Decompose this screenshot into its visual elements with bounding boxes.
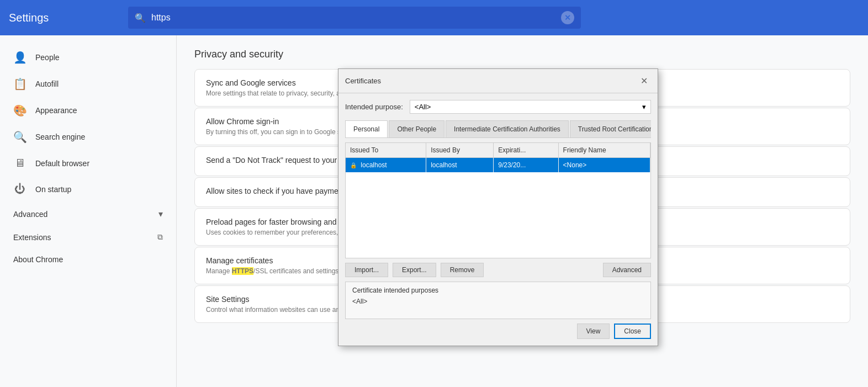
cert-expiry: 9/23/20... bbox=[494, 158, 558, 173]
import-button[interactable]: Import... bbox=[345, 263, 388, 277]
chevron-down-icon-select: ▾ bbox=[642, 103, 646, 111]
close-dialog-button[interactable]: Close bbox=[614, 324, 651, 339]
dialog-titlebar: Certificates ✕ bbox=[338, 69, 658, 93]
cert-purposes-section: Certificate intended purposes <All> bbox=[345, 282, 651, 319]
cert-friendly-name: <None> bbox=[558, 158, 650, 173]
export-button[interactable]: Export... bbox=[393, 263, 436, 277]
sidebar-item-about[interactable]: About Chrome bbox=[0, 248, 176, 271]
intended-purpose-value: <All> bbox=[415, 103, 431, 111]
default-browser-icon: 🖥 bbox=[13, 157, 27, 169]
remove-button[interactable]: Remove bbox=[441, 263, 484, 277]
search-input[interactable] bbox=[151, 13, 555, 23]
view-button[interactable]: View bbox=[577, 324, 610, 339]
intended-purpose-row: Intended purpose: <All> ▾ bbox=[345, 100, 651, 114]
people-icon: 👤 bbox=[13, 51, 27, 64]
cert-row-icon: 🔒 bbox=[350, 162, 357, 168]
cert-table: Issued To Issued By Expirati... Friendly… bbox=[346, 143, 650, 172]
sidebar-item-advanced[interactable]: Advanced ▾ bbox=[0, 202, 176, 226]
tab-other-people[interactable]: Other People bbox=[389, 120, 444, 137]
sidebar-label-on-startup: On startup bbox=[35, 185, 71, 194]
autofill-icon: 📋 bbox=[13, 77, 27, 91]
sidebar-label-advanced: Advanced bbox=[13, 210, 47, 219]
sidebar-item-people[interactable]: 👤 People bbox=[0, 44, 176, 71]
sidebar-item-search-engine[interactable]: 🔍 Search engine bbox=[0, 124, 176, 150]
sidebar-item-on-startup[interactable]: ⏻ On startup bbox=[0, 176, 176, 202]
dialog-title: Certificates bbox=[345, 77, 381, 85]
chevron-down-icon: ▾ bbox=[158, 209, 163, 219]
sidebar-item-extensions[interactable]: Extensions ⧉ bbox=[0, 226, 176, 248]
sidebar-label-people: People bbox=[35, 53, 60, 62]
certificates-dialog: Certificates ✕ Intended purpose: <All> ▾… bbox=[338, 68, 658, 346]
section-title: Privacy and security bbox=[177, 49, 868, 69]
sidebar-label-autofill: Autofill bbox=[35, 79, 59, 88]
intended-purpose-label: Intended purpose: bbox=[345, 103, 403, 111]
col-expiry[interactable]: Expirati... bbox=[494, 143, 558, 158]
intended-purpose-select[interactable]: <All> ▾ bbox=[410, 100, 651, 114]
col-issued-to[interactable]: Issued To bbox=[346, 143, 426, 158]
app-header: Settings 🔍 ✕ bbox=[0, 0, 868, 35]
search-icon: 🔍 bbox=[135, 13, 146, 23]
sidebar-item-autofill[interactable]: 📋 Autofill bbox=[0, 71, 176, 97]
cert-table-row[interactable]: 🔒 localhost localhost 9/23/20... <None> bbox=[346, 158, 650, 173]
clear-search-button[interactable]: ✕ bbox=[561, 11, 574, 24]
col-issued-by[interactable]: Issued By bbox=[426, 143, 494, 158]
cert-desc-suffix: /SSL certificates and settings bbox=[253, 267, 338, 275]
sidebar-item-default-browser[interactable]: 🖥 Default browser bbox=[0, 150, 176, 176]
sidebar-item-appearance[interactable]: 🎨 Appearance bbox=[0, 97, 176, 124]
dialog-bottom-row: View Close bbox=[345, 324, 651, 339]
cert-issued-to: 🔒 localhost bbox=[346, 158, 426, 173]
cert-table-container: Issued To Issued By Expirati... Friendly… bbox=[345, 142, 651, 258]
dialog-body: Intended purpose: <All> ▾ Personal Other… bbox=[338, 93, 658, 346]
tab-trusted-root[interactable]: Trusted Root Certification bbox=[570, 120, 651, 137]
appearance-icon: 🎨 bbox=[13, 104, 27, 117]
external-link-icon: ⧉ bbox=[157, 232, 163, 242]
col-friendly-name[interactable]: Friendly Name bbox=[558, 143, 650, 158]
advanced-button[interactable]: Advanced bbox=[603, 263, 651, 277]
on-startup-icon: ⏻ bbox=[13, 183, 27, 195]
cert-desc-highlight: HTTPS bbox=[232, 267, 253, 275]
cert-action-buttons: Import... Export... Remove Advanced bbox=[345, 263, 651, 277]
sidebar-label-search-engine: Search engine bbox=[35, 132, 85, 141]
cert-purposes-title: Certificate intended purposes bbox=[352, 287, 644, 294]
cert-tabs: Personal Other People Intermediate Certi… bbox=[345, 120, 651, 138]
sidebar: 👤 People 📋 Autofill 🎨 Appearance 🔍 Searc… bbox=[0, 35, 177, 387]
search-engine-icon: 🔍 bbox=[13, 130, 27, 144]
cert-purposes-value: <All> bbox=[352, 298, 644, 314]
sidebar-label-appearance: Appearance bbox=[35, 106, 77, 115]
app-title: Settings bbox=[9, 12, 119, 24]
cert-table-header-row: Issued To Issued By Expirati... Friendly… bbox=[346, 143, 650, 158]
search-bar: 🔍 ✕ bbox=[128, 7, 581, 29]
cert-desc-prefix: Manage bbox=[206, 267, 232, 275]
tab-personal[interactable]: Personal bbox=[345, 120, 388, 138]
tab-intermediate[interactable]: Intermediate Certification Authorities bbox=[446, 120, 569, 137]
sidebar-label-about: About Chrome bbox=[13, 255, 63, 264]
cert-issued-by: localhost bbox=[426, 158, 494, 173]
sidebar-label-default-browser: Default browser bbox=[35, 159, 89, 168]
sidebar-label-extensions: Extensions bbox=[13, 233, 51, 242]
dialog-close-button[interactable]: ✕ bbox=[637, 75, 651, 87]
sidebar-advanced-left: Advanced bbox=[13, 210, 47, 219]
